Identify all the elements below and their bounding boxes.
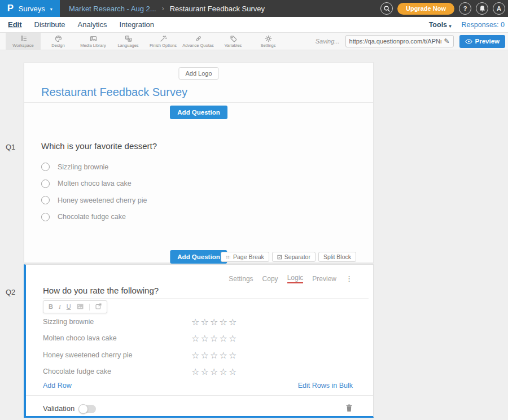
variables-icon: [230, 35, 237, 42]
add-row-link[interactable]: Add Row: [43, 382, 72, 390]
star-icon[interactable]: ☆: [228, 349, 238, 360]
account-avatar[interactable]: A: [493, 2, 505, 15]
toolbar-item-languages[interactable]: Languages: [111, 33, 146, 50]
star-icon[interactable]: ☆: [209, 333, 219, 344]
chevron-down-icon: ▾: [449, 24, 452, 29]
question-copy-link[interactable]: Copy: [262, 275, 278, 283]
star-icon[interactable]: ☆: [209, 366, 219, 377]
edit-rows-in-bulk-link[interactable]: Edit Rows in Bulk: [298, 382, 353, 390]
question-settings-link[interactable]: Settings: [229, 275, 253, 283]
open-editor-button[interactable]: [95, 303, 102, 310]
more-options-icon[interactable]: ⋮: [345, 275, 353, 282]
star-icon[interactable]: ☆: [191, 333, 200, 344]
preview-button[interactable]: Preview: [459, 35, 505, 48]
toolbar-item-design[interactable]: Design: [41, 33, 76, 50]
add-logo-button[interactable]: Add Logo: [178, 67, 218, 80]
radio-button[interactable]: [41, 163, 50, 171]
toolbar-item-media-library[interactable]: Media Library: [76, 33, 111, 50]
question-mark-icon: ?: [463, 5, 467, 12]
rating-row-label[interactable]: Sizzling brownie: [43, 318, 94, 326]
italic-button[interactable]: I: [59, 304, 61, 310]
star-icon[interactable]: ☆: [191, 349, 200, 360]
question-text-underline: [43, 298, 369, 299]
question-number-q2: Q2: [6, 288, 15, 296]
question-logic-link[interactable]: Logic: [287, 274, 304, 283]
survey-block-2-selected: Settings Copy Logic Preview ⋮ How do you…: [24, 264, 374, 418]
star-icon[interactable]: ☆: [219, 349, 229, 360]
tab-analytics[interactable]: Analytics: [77, 20, 107, 29]
star-icon[interactable]: ☆: [200, 333, 210, 344]
insert-image-button[interactable]: [77, 304, 84, 310]
tab-integration[interactable]: Integration: [120, 20, 154, 29]
rating-row-label[interactable]: Molten choco lava cake: [43, 334, 117, 342]
rating-row-label[interactable]: Honey sweetened cherry pie: [43, 351, 132, 359]
question-preview-link[interactable]: Preview: [312, 275, 336, 283]
delete-question-button[interactable]: [345, 404, 353, 412]
tab-edit[interactable]: Edit: [8, 20, 22, 29]
tab-distribute[interactable]: Distribute: [34, 20, 65, 29]
option-label[interactable]: Honey sweetened cherry pie: [58, 196, 147, 204]
toolbar-item-variables[interactable]: Variables: [216, 33, 251, 50]
edit-url-icon[interactable]: ✎: [444, 37, 449, 45]
option-label[interactable]: Chocolate fudge cake: [58, 213, 126, 221]
survey-title[interactable]: Restaurant Feedback Survey: [41, 86, 187, 99]
surveys-product-menu[interactable]: P Surveys ▾: [0, 0, 60, 17]
toolbar-item-advance-quotas[interactable]: Advance Quotas: [181, 33, 216, 50]
q2-question-text[interactable]: How do you rate the following?: [43, 286, 159, 295]
star-icon[interactable]: ☆: [219, 366, 229, 377]
radio-button[interactable]: [41, 213, 50, 221]
help-button[interactable]: ?: [459, 2, 471, 15]
separator-button[interactable]: Separator: [272, 252, 316, 262]
tools-menu[interactable]: Tools ▾: [429, 21, 452, 29]
split-block-label: Split Block: [323, 253, 351, 260]
rating-row-label[interactable]: Chocolate fudge cake: [43, 368, 111, 375]
option-label[interactable]: Molten choco lava cake: [58, 180, 132, 187]
star-icon[interactable]: ☆: [228, 333, 238, 344]
star-icon[interactable]: ☆: [200, 366, 210, 377]
block-action-buttons: Page Break Separator Split Block: [221, 252, 356, 262]
q1-option-row[interactable]: Sizzling brownie: [41, 159, 147, 176]
toolbar-item-settings[interactable]: Settings: [251, 33, 286, 50]
toolbar-item-workspace[interactable]: Workspace: [6, 33, 41, 50]
add-question-button-bottom[interactable]: Add Question: [170, 250, 227, 264]
upgrade-now-button[interactable]: Upgrade Now: [397, 3, 454, 15]
page-break-button[interactable]: Page Break: [221, 252, 269, 262]
option-label[interactable]: Sizzling brownie: [58, 163, 108, 171]
star-icon[interactable]: ☆: [228, 366, 238, 377]
star-icon[interactable]: ☆: [219, 333, 229, 344]
radio-button[interactable]: [41, 196, 50, 204]
responses-count[interactable]: Responses: 0: [462, 21, 505, 29]
star-icon[interactable]: ☆: [191, 316, 200, 327]
trash-icon: [345, 404, 353, 412]
survey-url-field[interactable]: ✎: [345, 35, 454, 47]
add-question-button-top[interactable]: Add Question: [170, 106, 227, 119]
star-icon[interactable]: ☆: [209, 316, 219, 327]
breadcrumb-folder[interactable]: Market Research - Aug 2...: [69, 5, 156, 13]
star-icon[interactable]: ☆: [200, 316, 210, 327]
star-icon[interactable]: ☆: [219, 316, 229, 327]
q1-question-text[interactable]: Which is your favorite dessert?: [41, 141, 157, 151]
external-link-icon: [95, 303, 102, 309]
notifications-button[interactable]: [476, 2, 488, 15]
toolbar-right: Saving... ✎ Preview: [316, 35, 508, 48]
toolbar-item-finish-options[interactable]: Finish Options: [146, 33, 181, 50]
q1-option-row[interactable]: Chocolate fudge cake: [41, 209, 147, 226]
star-icon[interactable]: ☆: [209, 349, 219, 360]
validation-toggle[interactable]: [79, 405, 96, 413]
q1-option-row[interactable]: Honey sweetened cherry pie: [41, 192, 147, 209]
underline-button[interactable]: U: [67, 304, 71, 310]
toolbar-item-label: Advance Quotas: [182, 43, 213, 48]
star-icon[interactable]: ☆: [200, 349, 210, 360]
split-block-button[interactable]: Split Block: [318, 252, 356, 262]
star-icon[interactable]: ☆: [191, 366, 200, 377]
q1-option-row[interactable]: Molten choco lava cake: [41, 176, 147, 193]
bold-button[interactable]: B: [49, 304, 53, 310]
survey-url-input[interactable]: [349, 38, 442, 45]
star-icon[interactable]: ☆: [228, 316, 238, 327]
search-button[interactable]: [380, 2, 393, 15]
workspace-icon: [20, 35, 27, 42]
q1-options: Sizzling brownie Molten choco lava cake …: [41, 159, 147, 225]
rating-row: Sizzling brownie ☆☆☆☆☆: [26, 313, 373, 330]
breadcrumb-survey-name[interactable]: Restaurant Feedback Survey: [170, 5, 265, 13]
radio-button[interactable]: [41, 180, 50, 188]
